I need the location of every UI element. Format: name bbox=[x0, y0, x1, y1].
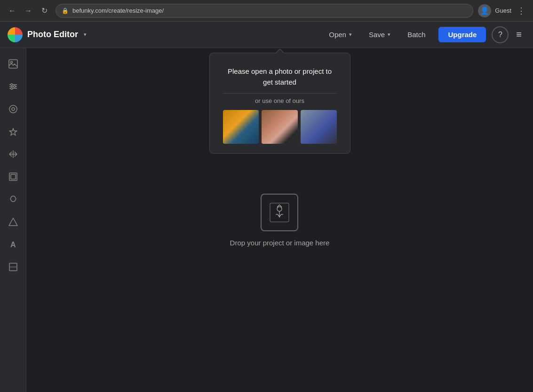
sidebar-item-image[interactable] bbox=[3, 54, 24, 74]
user-avatar[interactable]: 👤 bbox=[478, 4, 491, 17]
svg-point-5 bbox=[11, 84, 13, 86]
reload-button[interactable]: ↻ bbox=[38, 4, 51, 17]
sidebar-item-shapes[interactable] bbox=[3, 212, 24, 232]
popup-divider bbox=[223, 93, 337, 94]
app-header: Photo Editor ▾ Open ▾ Save ▾ Batch Upgra… bbox=[0, 22, 533, 48]
open-arrow: ▾ bbox=[349, 31, 352, 38]
url-text: befunky.com/create/resize-image/ bbox=[72, 7, 164, 14]
open-menu[interactable]: Open ▾ bbox=[321, 27, 359, 42]
svg-point-6 bbox=[14, 86, 16, 87]
lock-icon: 🔒 bbox=[62, 8, 69, 14]
main-layout: A Please open a photo or project to get … bbox=[0, 48, 533, 392]
svg-point-1 bbox=[10, 62, 12, 63]
sidebar-item-touchup[interactable] bbox=[3, 257, 24, 277]
popup-arrow bbox=[275, 48, 285, 53]
sidebar-item-frames[interactable] bbox=[3, 166, 24, 187]
svg-point-9 bbox=[12, 108, 15, 110]
sample-images bbox=[223, 110, 337, 144]
sidebar-item-effects[interactable] bbox=[3, 99, 24, 119]
popup-subtitle: or use one of ours bbox=[223, 97, 337, 104]
sidebar-item-adjustments[interactable] bbox=[3, 76, 24, 97]
sidebar-item-favorites[interactable] bbox=[3, 121, 24, 142]
svg-rect-0 bbox=[9, 60, 17, 68]
browser-menu-button[interactable]: ⋮ bbox=[515, 4, 527, 18]
upgrade-button[interactable]: Upgrade bbox=[438, 27, 486, 42]
help-button[interactable]: ? bbox=[492, 26, 509, 43]
sample-image-bike[interactable] bbox=[301, 110, 337, 144]
guest-label: Guest bbox=[495, 7, 511, 14]
sidebar-item-text[interactable]: A bbox=[3, 234, 24, 255]
sample-image-van[interactable] bbox=[223, 110, 259, 144]
logo-icon bbox=[8, 27, 23, 42]
app-title: Photo Editor bbox=[27, 30, 78, 39]
svg-text:A: A bbox=[10, 241, 16, 249]
sample-image-woman[interactable] bbox=[262, 110, 298, 144]
sidebar: A bbox=[0, 48, 26, 392]
popup-overlay: Please open a photo or project to get st… bbox=[26, 48, 533, 392]
open-photo-popup: Please open a photo or project to get st… bbox=[209, 53, 350, 154]
sidebar-item-stickers[interactable] bbox=[3, 189, 24, 210]
svg-rect-13 bbox=[11, 174, 16, 179]
logo-area[interactable]: Photo Editor ▾ bbox=[8, 27, 87, 42]
save-arrow: ▾ bbox=[388, 31, 390, 38]
forward-button[interactable]: → bbox=[22, 4, 35, 17]
svg-point-7 bbox=[11, 87, 13, 89]
canvas-area: Please open a photo or project to get st… bbox=[26, 48, 533, 392]
save-menu[interactable]: Save ▾ bbox=[361, 27, 398, 42]
sidebar-item-transform[interactable] bbox=[3, 144, 24, 165]
browser-nav: ← → ↻ bbox=[6, 4, 51, 17]
svg-point-8 bbox=[9, 105, 17, 113]
browser-chrome: ← → ↻ 🔒 befunky.com/create/resize-image/… bbox=[0, 0, 533, 22]
back-button[interactable]: ← bbox=[6, 4, 19, 17]
popup-title: Please open a photo or project to get st… bbox=[223, 66, 337, 87]
app-title-arrow: ▾ bbox=[84, 31, 87, 38]
svg-marker-14 bbox=[9, 218, 17, 226]
batch-button[interactable]: Batch bbox=[400, 27, 433, 42]
header-nav: Open ▾ Save ▾ Batch Upgrade ? ≡ bbox=[321, 26, 525, 43]
browser-actions: 👤 Guest ⋮ bbox=[478, 4, 527, 18]
hamburger-menu-button[interactable]: ≡ bbox=[512, 27, 525, 42]
address-bar[interactable]: 🔒 befunky.com/create/resize-image/ bbox=[56, 4, 473, 18]
